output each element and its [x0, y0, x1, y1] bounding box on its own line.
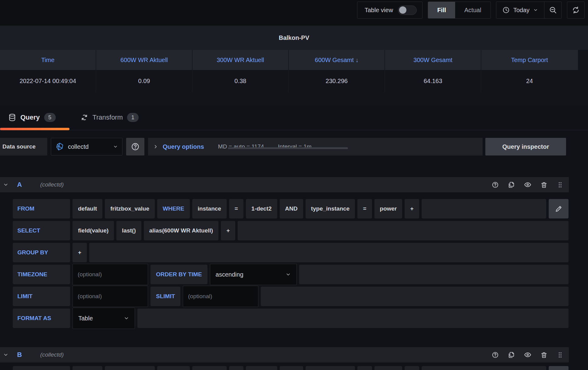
copy-icon — [508, 181, 515, 188]
query-segment[interactable]: 1-dect1 — [246, 366, 277, 370]
time-range-picker[interactable]: Today — [496, 2, 544, 18]
query-segment[interactable]: 1-dect2 — [246, 199, 277, 218]
fill-button[interactable]: Fill — [428, 2, 455, 18]
column-header[interactable]: 300W Gesamt — [385, 50, 481, 70]
row-filler — [422, 366, 546, 370]
switch-knob — [399, 6, 406, 14]
limit-label: LIMIT — [13, 287, 70, 306]
query-b-header[interactable]: B (collectd) — [0, 347, 569, 362]
select-row: SELECT field(value)last()alias(600W WR A… — [13, 221, 569, 240]
horizontal-scrollbar[interactable] — [228, 147, 348, 149]
collapse-chevron-icon[interactable] — [3, 182, 9, 187]
query-help-button[interactable] — [492, 351, 499, 358]
select-label[interactable]: SELECT — [13, 221, 70, 240]
tab-transform[interactable]: Transform 1 — [74, 105, 145, 130]
zoom-out-button[interactable] — [544, 2, 561, 18]
chevron-down-icon — [113, 144, 118, 149]
query-segment[interactable]: default — [73, 199, 102, 218]
query-segment[interactable]: last() — [116, 221, 141, 240]
query-options-label: Query options — [163, 143, 204, 150]
query-segment[interactable]: default — [73, 366, 102, 370]
column-header[interactable]: 300W WR Aktuell — [193, 50, 289, 70]
query-segment[interactable]: type_instance — [306, 199, 355, 218]
query-segment[interactable]: type_instance — [306, 366, 355, 370]
limit-input[interactable] — [73, 286, 148, 307]
from-segments: defaultfritzbox_valueWHEREinstance=1-dec… — [73, 366, 419, 370]
query-ref-id: A — [17, 181, 22, 189]
query-segment[interactable]: instance — [192, 199, 227, 218]
query-segment[interactable]: = — [357, 366, 372, 370]
drag-query-handle[interactable] — [557, 181, 564, 188]
format-as-label: FORMAT AS — [13, 309, 70, 328]
from-label[interactable]: FROM — [13, 199, 70, 218]
datasource-label: Data source — [0, 138, 47, 155]
toggle-visibility-button[interactable] — [524, 351, 531, 358]
from-row: FROM defaultfritzbox_valueWHEREinstance=… — [13, 366, 569, 370]
query-segment[interactable]: AND — [280, 199, 303, 218]
query-options-toggle[interactable]: Query options MD = auto = 1174 Interval … — [148, 138, 483, 155]
refresh-button[interactable] — [567, 2, 584, 18]
query-segment[interactable]: power — [374, 366, 402, 370]
clock-icon — [502, 6, 510, 14]
query-segment[interactable]: = — [229, 199, 243, 218]
toggle-visibility-button[interactable] — [524, 181, 531, 188]
transform-icon — [80, 113, 88, 121]
datasource-help-button[interactable] — [126, 138, 144, 155]
datasource-picker[interactable]: collectd — [51, 138, 122, 155]
column-header[interactable]: Temp Carport — [481, 50, 578, 70]
order-by-time-select[interactable]: ascending — [210, 264, 297, 285]
query-segment[interactable]: instance — [192, 366, 227, 370]
query-segment[interactable]: = — [357, 199, 372, 218]
grip-dots-icon — [557, 351, 564, 358]
edit-query-button[interactable] — [549, 366, 569, 370]
from-label[interactable]: FROM — [13, 366, 70, 370]
query-segment[interactable]: field(value) — [73, 221, 114, 240]
group-by-label[interactable]: GROUP BY — [13, 243, 70, 262]
query-segment[interactable]: AND — [280, 366, 303, 370]
actual-button[interactable]: Actual — [455, 2, 491, 18]
query-segment[interactable]: + — [73, 243, 87, 262]
collapse-chevron-icon[interactable] — [3, 352, 9, 358]
query-segment[interactable]: WHERE — [157, 199, 190, 218]
query-segment[interactable]: fritzbox_value — [105, 199, 155, 218]
table-row: 2022-07-14 00:49:040.090.38230.29664.163… — [0, 70, 578, 92]
query-segment[interactable]: fritzbox_value — [105, 366, 155, 370]
select-segments: field(value)last()alias(600W WR Aktuell)… — [73, 221, 235, 240]
duplicate-query-button[interactable] — [508, 351, 515, 358]
format-as-select[interactable]: Table — [73, 308, 135, 329]
column-header[interactable]: 600W WR Aktuell — [96, 50, 193, 70]
query-help-button[interactable] — [492, 181, 499, 188]
timezone-input[interactable] — [73, 264, 148, 285]
help-circle-icon — [131, 142, 140, 151]
query-segment[interactable]: power — [374, 199, 402, 218]
query-row-a: A (collectd) FROM defaultfritzbox_valueW… — [0, 177, 588, 328]
query-datasource-name: (collectd) — [40, 351, 64, 358]
drag-query-handle[interactable] — [557, 351, 564, 358]
query-segment[interactable]: + — [221, 221, 235, 240]
slimit-input[interactable] — [183, 286, 258, 307]
column-header[interactable]: Time — [0, 50, 96, 70]
query-segment[interactable]: + — [405, 366, 419, 370]
query-segment[interactable]: = — [229, 366, 243, 370]
remove-query-button[interactable] — [540, 351, 547, 358]
edit-query-button[interactable] — [549, 199, 569, 218]
query-segment[interactable]: WHERE — [157, 366, 190, 370]
editor-tabs-bar: Query 5 Transform 1 — [0, 105, 588, 130]
table-cell: 0.38 — [193, 70, 289, 92]
query-segment[interactable]: + — [405, 199, 419, 218]
query-segment[interactable]: alias(600W WR Aktuell) — [144, 221, 218, 240]
column-header[interactable]: 600W Gesamt ↓ — [289, 50, 385, 70]
query-inspector-button[interactable]: Query inspector — [485, 138, 566, 155]
remove-query-button[interactable] — [540, 181, 547, 188]
query-a-header[interactable]: A (collectd) — [0, 177, 569, 192]
table-cell: 2022-07-14 00:49:04 — [0, 70, 96, 92]
refresh-group — [567, 2, 585, 19]
tab-query[interactable]: Query 5 — [0, 105, 69, 130]
duplicate-query-button[interactable] — [508, 181, 515, 188]
panel-title: Balkon-PV — [0, 26, 588, 50]
query-header-actions — [492, 351, 564, 358]
table-header-row: Time600W WR Aktuell300W WR Aktuell600W G… — [0, 50, 578, 70]
from-segments: defaultfritzbox_valueWHEREinstance=1-dec… — [73, 199, 419, 218]
table-view-switch[interactable] — [398, 5, 417, 15]
query-header-actions — [492, 181, 564, 188]
